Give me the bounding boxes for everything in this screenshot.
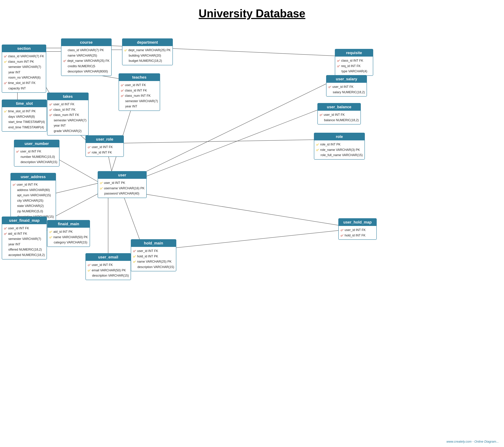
svg-line-38 xyxy=(339,60,340,61)
pk-icon xyxy=(4,60,7,63)
field-text: class_id VARCHAR(7) PK xyxy=(68,47,104,53)
field-text: user_id INT FK xyxy=(92,144,113,150)
table-header-user_email: user_email xyxy=(86,253,131,261)
field-text: aid_id INT FK xyxy=(8,231,27,236)
svg-line-71 xyxy=(18,151,19,152)
svg-line-63 xyxy=(52,109,52,109)
field-text: semester VARCHAR(7) xyxy=(8,64,41,70)
table-header-user: user xyxy=(98,172,146,179)
svg-line-119 xyxy=(134,261,136,262)
table-row: user_id INT FK xyxy=(16,149,57,154)
field-text: end_time TIMESTAMP(4) xyxy=(8,125,44,130)
table-body-user_email: user_id INT FKemail VARCHAR(50) PKdescri… xyxy=(86,261,131,280)
svg-line-65 xyxy=(51,114,52,116)
table-row: accepted NUMERIC(18,2) xyxy=(4,252,45,258)
field-text: class_id VARCHAR(7) FK xyxy=(8,54,44,59)
field-text: user_id INT FK xyxy=(53,102,74,107)
field-text: semester VARCHAR(7) xyxy=(54,118,87,123)
table-finaid_main: finaid_mainaid_id INT PKname VARCHAR(50)… xyxy=(47,220,90,247)
table-row: class_num INT FK xyxy=(121,93,158,98)
table-body-requisite: class_id INT FKreq_id INT FKtype VARCHAR… xyxy=(335,57,373,76)
field-text: capacity INT xyxy=(8,86,26,91)
table-header-requisite: requisite xyxy=(335,49,373,57)
field-text: role_full_name VARCHAR(15) xyxy=(321,153,363,158)
table-row: description VARCHAR(15) xyxy=(133,264,174,270)
table-row: user_id INT FK xyxy=(4,226,45,231)
field-text: time_slot_id INT PK xyxy=(8,109,36,114)
table-header-user_hold_map: user_hold_map xyxy=(339,219,376,226)
svg-line-12 xyxy=(133,84,326,178)
svg-line-122 xyxy=(342,229,343,231)
fk-icon xyxy=(341,228,343,232)
fk-icon xyxy=(133,249,136,253)
fk-icon xyxy=(49,113,52,117)
field-text: user_id INT PK xyxy=(104,180,125,186)
svg-point-112 xyxy=(133,251,135,252)
svg-line-107 xyxy=(89,264,90,265)
fk-icon xyxy=(4,232,7,235)
table-row: email VARCHAR(50) PK xyxy=(88,268,129,273)
field-text: room_no VARCHAR(6) xyxy=(8,75,41,80)
pk-icon xyxy=(49,235,52,239)
table-header-finaid_main: finaid_main xyxy=(47,220,90,228)
svg-point-109 xyxy=(88,270,89,272)
field-text: balance NUMERIC(18,2) xyxy=(324,117,359,123)
table-user_address: user_addressuser_id INT FKaddress VARCHA… xyxy=(10,173,56,221)
svg-line-84 xyxy=(319,149,319,150)
table-row: zip NUMERIC(5,0) xyxy=(13,209,54,214)
table-row: salary NUMERIC(18,2) xyxy=(328,90,365,95)
pk-icon xyxy=(100,187,103,190)
svg-line-105 xyxy=(52,236,52,237)
table-course: courseclass_id VARCHAR(7) PKname VARCHAR… xyxy=(61,39,112,76)
svg-point-76 xyxy=(88,152,89,154)
svg-point-70 xyxy=(16,151,18,153)
table-body-department: dept_name VARCHAR(25) PKbuilding VARCHAR… xyxy=(123,46,172,65)
svg-line-27 xyxy=(127,50,127,50)
table-row: password VARCHAR(40) xyxy=(100,191,144,196)
svg-point-31 xyxy=(4,61,6,63)
field-text: class_num INT PK xyxy=(8,59,34,64)
table-row: class_id VARCHAR(7) FK xyxy=(4,54,44,59)
table-header-section: section xyxy=(2,45,46,52)
svg-line-44 xyxy=(122,84,124,86)
svg-point-52 xyxy=(328,87,330,88)
table-header-department: department xyxy=(123,39,172,46)
svg-point-49 xyxy=(121,96,123,97)
table-row: apt_num VARCHAR(15) xyxy=(13,193,54,198)
table-row: dept_name VARCHAR(25) PK xyxy=(124,47,171,53)
field-text: time_slot_id INT FK xyxy=(8,80,36,86)
fk-icon xyxy=(88,145,91,149)
svg-line-80 xyxy=(318,144,319,145)
table-row: role_name VARCHAR(3) PK xyxy=(316,147,363,153)
field-text: dept_name VARCHAR(25) FK xyxy=(67,58,109,64)
field-text: start_time TIMESTAMP(4) xyxy=(8,119,45,125)
field-text: semester VARCHAR(7) xyxy=(8,236,41,242)
table-row: user_id INT FK xyxy=(133,248,174,254)
table-body-time_slot: time_slot_id INT PKdays VARCHAR(8)start_… xyxy=(2,107,47,131)
table-row: year INT xyxy=(4,70,44,75)
field-text: username VARCHAR(16) PK xyxy=(104,186,144,191)
field-text: role_name VARCHAR(3) PK xyxy=(320,147,360,153)
table-header-course: course xyxy=(61,39,111,46)
table-user_role: user_roleuser_id INT FKrole_id INT FK xyxy=(86,135,124,157)
svg-line-24 xyxy=(66,60,66,60)
table-row: class_num INT FK xyxy=(49,112,87,118)
svg-line-57 xyxy=(6,111,7,111)
svg-point-124 xyxy=(341,235,342,237)
table-row: hold_id INT FK xyxy=(341,233,375,238)
field-text: user_id INT FK xyxy=(332,84,354,90)
field-text: building VARCHAR(20) xyxy=(129,53,161,58)
table-row: user_id INT FK xyxy=(88,262,129,268)
table-user: useruser_id INT PKusername VARCHAR(16) P… xyxy=(98,171,147,198)
svg-line-45 xyxy=(123,84,124,85)
field-text: user_id INT FK xyxy=(8,226,29,231)
svg-line-98 xyxy=(5,233,7,234)
svg-line-23 xyxy=(65,60,66,61)
table-department: departmentdept_name VARCHAR(25) PKbuildi… xyxy=(122,39,173,65)
svg-point-73 xyxy=(88,147,89,148)
table-row: days VARCHAR(8) xyxy=(4,114,45,119)
table-row: address VARCHAR(80) xyxy=(13,187,54,193)
svg-line-13 xyxy=(133,110,317,182)
field-text: salary NUMERIC(18,2) xyxy=(333,90,365,95)
table-row: hold_id INT PK xyxy=(133,254,174,259)
